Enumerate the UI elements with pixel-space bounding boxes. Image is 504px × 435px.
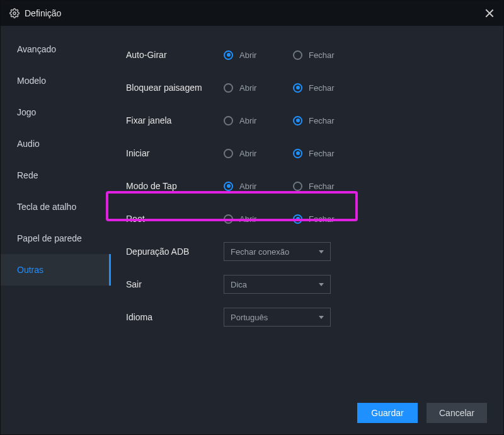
setting-label: Modo de Tap [126, 181, 224, 191]
setting-label: Iniciar [126, 148, 224, 158]
radio-close[interactable]: Fechar [293, 182, 362, 191]
radio-circle-icon [224, 83, 233, 93]
setting-row-depuração-adb: Depuração ADBFechar conexão [126, 235, 488, 268]
sidebar-item-label: Papel de parede [17, 233, 82, 243]
close-icon[interactable] [484, 8, 495, 18]
setting-label: Sair [126, 279, 224, 289]
sidebar-item-label: Audio [17, 139, 40, 149]
setting-row-auto-girar: Auto-GirarAbrirFechar [126, 38, 488, 71]
radio-circle-icon [293, 149, 302, 158]
body-area: AvançadoModeloJogoAudioRedeTecla de atal… [1, 26, 503, 390]
radio-label: Abrir [239, 50, 256, 60]
radio-close[interactable]: Fechar [293, 83, 362, 93]
cancel-button[interactable]: Cancelar [427, 403, 487, 423]
select-depuração-adb[interactable]: Fechar conexão [224, 242, 331, 261]
radio-open[interactable]: Abrir [224, 149, 293, 158]
sidebar-item-label: Modelo [17, 76, 46, 86]
radio-label: Abrir [239, 116, 256, 125]
radio-group: AbrirFechar [224, 50, 362, 60]
sidebar-item-outras[interactable]: Outras [1, 254, 111, 286]
radio-label: Abrir [239, 149, 256, 158]
radio-open[interactable]: Abrir [224, 116, 293, 125]
radio-label: Abrir [239, 214, 256, 224]
setting-label: Depuração ADB [126, 246, 224, 257]
gear-icon [9, 8, 20, 18]
sidebar-item-audio[interactable]: Audio [1, 128, 111, 160]
radio-circle-icon [224, 182, 233, 191]
svg-point-0 [13, 12, 16, 14]
radio-circle-icon [293, 83, 302, 93]
radio-label: Fechar [309, 50, 334, 60]
setting-label: Fixar janela [126, 115, 224, 125]
sidebar-item-rede[interactable]: Rede [1, 160, 111, 191]
radio-circle-icon [293, 116, 302, 125]
setting-row-root: RootAbrirFechar [126, 202, 488, 235]
radio-circle-icon [224, 149, 233, 158]
select-value: Dica [231, 280, 247, 289]
radio-circle-icon [224, 50, 233, 60]
select-idioma[interactable]: Português [224, 308, 331, 327]
select-sair[interactable]: Dica [224, 275, 331, 294]
radio-group: AbrirFechar [224, 116, 362, 125]
radio-label: Fechar [309, 149, 334, 158]
chevron-down-icon [319, 250, 324, 253]
radio-group: AbrirFechar [224, 182, 362, 191]
chevron-down-icon [319, 316, 324, 319]
select-value: Fechar conexão [231, 247, 289, 257]
chevron-down-icon [319, 283, 324, 286]
radio-label: Fechar [309, 83, 334, 93]
sidebar-item-avançado[interactable]: Avançado [1, 33, 111, 65]
setting-row-modo-de-tap: Modo de TapAbrirFechar [126, 170, 488, 202]
titlebar: Definição [1, 1, 503, 26]
radio-circle-icon [293, 214, 302, 224]
radio-label: Abrir [239, 182, 256, 191]
radio-close[interactable]: Fechar [293, 50, 362, 60]
radio-group: AbrirFechar [224, 149, 362, 158]
setting-row-idioma: IdiomaPortuguês [126, 301, 488, 334]
radio-group: AbrirFechar [224, 214, 362, 224]
setting-row-fixar-janela: Fixar janelaAbrirFechar [126, 104, 488, 137]
setting-row-sair: SairDica [126, 268, 488, 301]
radio-open[interactable]: Abrir [224, 50, 293, 60]
sidebar-item-label: Tecla de atalho [17, 202, 76, 212]
content-panel: Auto-GirarAbrirFecharBloquear paisagemAb… [111, 26, 503, 390]
sidebar-item-modelo[interactable]: Modelo [1, 65, 111, 96]
radio-close[interactable]: Fechar [293, 214, 362, 224]
radio-label: Fechar [309, 182, 334, 191]
setting-row-iniciar: IniciarAbrirFechar [126, 137, 488, 170]
sidebar-item-label: Avançado [17, 44, 56, 54]
setting-label: Idioma [126, 312, 224, 322]
sidebar-item-papel-de-parede[interactable]: Papel de parede [1, 223, 111, 254]
radio-group: AbrirFechar [224, 83, 362, 93]
sidebar-item-jogo[interactable]: Jogo [1, 96, 111, 128]
radio-label: Fechar [309, 214, 334, 224]
radio-circle-icon [293, 50, 302, 60]
setting-label: Auto-Girar [126, 50, 224, 60]
radio-close[interactable]: Fechar [293, 149, 362, 158]
setting-label: Bloquear paisagem [126, 83, 224, 93]
window-title: Definição [25, 8, 61, 18]
radio-close[interactable]: Fechar [293, 116, 362, 125]
sidebar-item-label: Jogo [17, 107, 36, 117]
radio-circle-icon [224, 214, 233, 224]
settings-window: Definição AvançadoModeloJogoAudioRedeTec… [0, 0, 504, 435]
sidebar-item-tecla-de-atalho[interactable]: Tecla de atalho [1, 191, 111, 223]
radio-open[interactable]: Abrir [224, 214, 293, 224]
radio-circle-icon [224, 116, 233, 125]
sidebar: AvançadoModeloJogoAudioRedeTecla de atal… [1, 26, 111, 390]
sidebar-item-label: Rede [17, 170, 38, 180]
setting-label: Root [126, 214, 224, 224]
radio-circle-icon [293, 182, 302, 191]
radio-open[interactable]: Abrir [224, 83, 293, 93]
setting-row-bloquear-paisagem: Bloquear paisagemAbrirFechar [126, 71, 488, 104]
radio-label: Abrir [239, 83, 256, 93]
select-value: Português [231, 313, 268, 322]
footer: Guardar Cancelar [1, 390, 503, 434]
radio-label: Fechar [309, 116, 334, 125]
sidebar-item-label: Outras [17, 265, 43, 275]
save-button[interactable]: Guardar [357, 403, 418, 423]
radio-open[interactable]: Abrir [224, 182, 293, 191]
